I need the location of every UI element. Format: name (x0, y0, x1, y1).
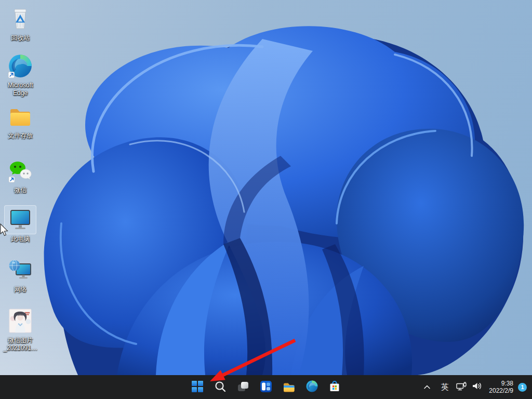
ethernet-icon (456, 381, 467, 393)
shortcut-arrow-icon (8, 72, 14, 77)
desktop-icon-this-pc[interactable]: 此电脑 (1, 205, 40, 243)
speaker-icon (472, 381, 482, 393)
wallpaper-bloom-image (0, 0, 532, 375)
icon-label: 网络 (14, 286, 26, 294)
language-label: 英 (441, 382, 449, 392)
wechat-icon (4, 156, 36, 185)
edge-button[interactable] (301, 377, 322, 397)
task-view-button[interactable] (233, 377, 254, 397)
widgets-button[interactable] (256, 377, 276, 397)
windows-start-icon (191, 380, 204, 394)
search-button[interactable] (210, 377, 231, 397)
icon-label: 此电脑 (11, 235, 30, 243)
desktop-icon-network[interactable]: 网络 (1, 256, 40, 294)
shortcut-arrow-icon (9, 177, 15, 182)
taskbar: 英 (0, 375, 532, 399)
network-tray-button[interactable] (454, 377, 469, 397)
desktop-icon-recycle-bin[interactable]: 回收站 (1, 4, 40, 42)
chevron-up-icon (423, 382, 431, 392)
file-explorer-icon (283, 380, 295, 394)
desktop-icon-edge[interactable]: MicrosoftEdge (1, 51, 40, 97)
tray-chevron-button[interactable] (420, 377, 434, 397)
notification-count: 1 (521, 384, 524, 390)
edge-icon (4, 51, 36, 81)
date-label: 2022/2/9 (489, 387, 513, 394)
notification-badge[interactable]: 1 (518, 383, 527, 392)
this-pc-icon (4, 205, 36, 234)
start-button[interactable] (187, 377, 208, 397)
desktop-icon-wechat[interactable]: 微信 (1, 156, 40, 194)
microsoft-store-icon (328, 380, 341, 394)
widgets-icon (260, 380, 272, 394)
folder-icon (4, 102, 36, 131)
recycle-bin-icon (4, 4, 36, 33)
system-tray: 英 (420, 375, 532, 399)
volume-tray-button[interactable] (469, 377, 485, 397)
icon-label: 微信 (14, 187, 26, 194)
time-label: 9:38 (501, 380, 513, 387)
clock[interactable]: 9:38 2022/2/9 (489, 377, 513, 397)
icon-label: MicrosoftEdge (8, 82, 33, 97)
file-explorer-button[interactable] (278, 377, 299, 397)
icon-label: 文件存放 (8, 132, 33, 140)
icon-label: 微信图片_2021091… (3, 337, 37, 352)
desktop-icon-files-folder[interactable]: 文件存放 (1, 102, 40, 140)
task-view-icon (237, 380, 249, 394)
icon-label: 回收站 (11, 34, 30, 42)
desktop-icon-wechat-image[interactable]: 微信图片_2021091… (1, 307, 40, 352)
network-icon (4, 256, 36, 285)
desktop: 回收站 MicrosoftEdge 文件存放 (0, 0, 532, 399)
edge-icon (305, 380, 318, 394)
image-thumbnail (4, 307, 36, 336)
store-button[interactable] (324, 377, 345, 397)
search-icon (214, 380, 227, 394)
language-indicator[interactable]: 英 (437, 377, 453, 397)
